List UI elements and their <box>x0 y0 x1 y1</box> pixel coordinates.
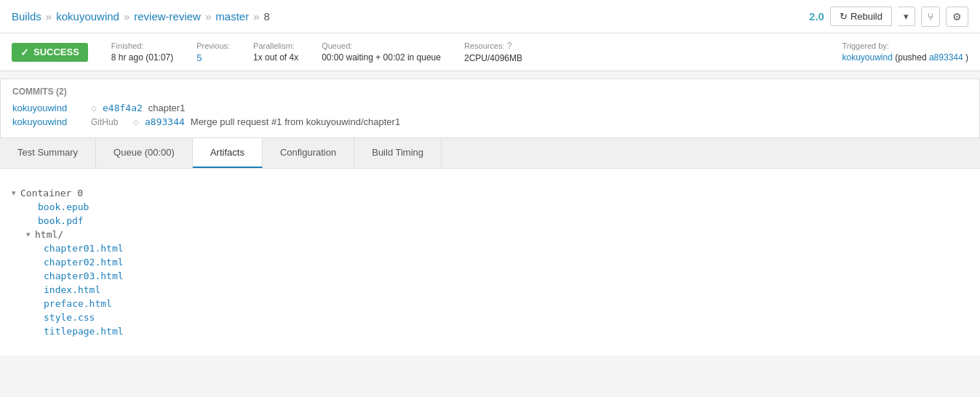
git-icon-button[interactable]: ⑂ <box>921 7 940 27</box>
file-link-chapter03[interactable]: chapter03.html <box>44 270 124 281</box>
file-titlepage: titlepage.html <box>12 324 968 338</box>
triggered-by-group: Triggered by: kokuyouwind (pushed a89334… <box>842 41 969 63</box>
file-link-chapter02[interactable]: chapter02.html <box>44 257 124 268</box>
file-link-index[interactable]: index.html <box>44 284 100 295</box>
check-icon: ✓ <box>20 47 29 58</box>
queued-group: Queued: 00:00 waiting + 00:02 in queue <box>322 41 441 63</box>
commit-source-2: GitHub <box>91 117 127 127</box>
breadcrumb-branch[interactable]: master <box>215 10 249 23</box>
commits-section: COMMITS (2) kokuyouwind ◇ e48f4a2 chapte… <box>0 79 980 138</box>
previous-group: Previous: 5 <box>196 41 230 63</box>
top-bar-right: 2.0 ↻ Rebuild ▾ ⑂ ⚙ <box>809 7 968 27</box>
resources-group: Resources: ? 2CPU/4096MB <box>464 41 522 63</box>
chevron-down-icon-html: ▾ <box>26 230 31 239</box>
file-book-pdf: book.pdf <box>12 214 968 228</box>
tab-build-timing[interactable]: Build Timing <box>354 138 442 168</box>
breadcrumb-builds[interactable]: Builds <box>12 10 41 23</box>
file-link-book-epub[interactable]: book.epub <box>38 201 89 212</box>
commit-author-1[interactable]: kokuyouwind <box>12 103 85 113</box>
file-book-epub: book.epub <box>12 200 968 214</box>
file-chapter03: chapter03.html <box>12 269 968 283</box>
gear-icon: ⚙ <box>952 11 962 23</box>
file-chapter02: chapter02.html <box>12 255 968 269</box>
git-icon: ⑂ <box>928 11 933 23</box>
chevron-down-icon: ▾ <box>12 188 16 198</box>
commit-row-2: kokuyouwind GitHub ◇ a893344 Merge pull … <box>12 116 968 127</box>
container-0: ▾ Container 0 book.epub book.pdf ▾ html/… <box>12 180 968 344</box>
file-chapter01: chapter01.html <box>12 241 968 255</box>
top-bar: Builds » kokuyouwind » review-review » m… <box>0 0 980 33</box>
triggered-commit-link[interactable]: a893344 <box>929 52 963 63</box>
success-badge: ✓ SUCCESS <box>12 43 88 62</box>
file-link-titlepage[interactable]: titlepage.html <box>44 326 124 337</box>
breadcrumb: Builds » kokuyouwind » review-review » m… <box>12 10 270 23</box>
commit-hash-2[interactable]: a893344 <box>145 116 185 127</box>
version-badge: 2.0 <box>809 10 824 23</box>
breadcrumb-repo[interactable]: review-review <box>134 10 201 23</box>
finished-group: Finished: 8 hr ago (01:07) <box>111 41 173 63</box>
file-link-book-pdf[interactable]: book.pdf <box>38 215 84 226</box>
status-bar: ✓ SUCCESS Finished: 8 hr ago (01:07) Pre… <box>0 33 980 71</box>
settings-icon-button[interactable]: ⚙ <box>946 7 968 27</box>
tab-artifacts[interactable]: Artifacts <box>193 138 263 168</box>
help-icon[interactable]: ? <box>507 41 512 51</box>
file-style: style.css <box>12 310 968 324</box>
rebuild-button[interactable]: ↻ Rebuild <box>830 7 892 26</box>
commit-author-2[interactable]: kokuyouwind <box>12 116 85 127</box>
resources-label: Resources: ? <box>464 41 522 51</box>
breadcrumb-owner[interactable]: kokuyouwind <box>56 10 119 23</box>
file-link-preface[interactable]: preface.html <box>44 298 112 309</box>
folder-label-html: html/ <box>35 229 63 240</box>
parallelism-group: Parallelism: 1x out of 4x <box>253 41 298 63</box>
commit-hash-1[interactable]: e48f4a2 <box>103 103 143 113</box>
commits-title: COMMITS (2) <box>12 87 968 97</box>
tabs: Test Summary Queue (00:00) Artifacts Con… <box>0 138 980 169</box>
rebuild-icon: ↻ <box>840 11 848 22</box>
folder-html: ▾ html/ <box>12 228 968 241</box>
tab-test-summary[interactable]: Test Summary <box>0 138 96 168</box>
artifacts-content: ▾ Container 0 book.epub book.pdf ▾ html/… <box>0 169 980 356</box>
tab-queue[interactable]: Queue (00:00) <box>96 138 193 168</box>
file-preface: preface.html <box>12 297 968 310</box>
tab-configuration[interactable]: Configuration <box>263 138 354 168</box>
file-link-chapter01[interactable]: chapter01.html <box>44 243 124 254</box>
container-label: ▾ Container 0 <box>12 186 968 200</box>
triggered-user-link[interactable]: kokuyouwind <box>842 52 893 63</box>
rebuild-dropdown-button[interactable]: ▾ <box>898 7 915 26</box>
commit-row-1: kokuyouwind ◇ e48f4a2 chapter1 <box>12 103 968 113</box>
container-title: Container 0 <box>20 188 83 198</box>
breadcrumb-build-num: 8 <box>263 10 269 23</box>
previous-link[interactable]: 5 <box>196 52 230 63</box>
file-index: index.html <box>12 283 968 297</box>
file-link-style[interactable]: style.css <box>44 312 95 323</box>
